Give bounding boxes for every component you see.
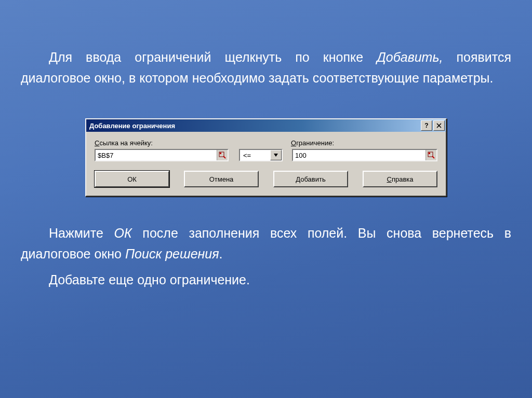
- intro-text-b: Добавить,: [377, 50, 443, 64]
- range-picker-icon: [428, 152, 435, 159]
- range-picker-icon: [219, 152, 226, 159]
- outro1-a: Нажмите: [49, 226, 114, 240]
- close-icon: [436, 123, 442, 128]
- constraint-input[interactable]: [293, 150, 425, 160]
- ok-button-label: ОК: [127, 175, 137, 183]
- cell-ref-label: Ссылка на ячейку:: [95, 139, 240, 147]
- constraint-picker-button[interactable]: [425, 150, 436, 160]
- dialog-client-area: Ссылка на ячейку: Ограничение:: [86, 132, 446, 196]
- ok-button[interactable]: ОК: [95, 171, 169, 187]
- constraint-field: [292, 149, 437, 161]
- help-button-label: Справка: [387, 175, 414, 183]
- add-button-label: Добавить: [296, 175, 325, 183]
- outro1-e: .: [219, 246, 223, 261]
- slide: Для ввода ограничений щелкнуть по кнопке…: [0, 0, 532, 398]
- intro-text-a: Для ввода ограничений щелкнуть по кнопке: [49, 50, 377, 64]
- help-button[interactable]: ?: [421, 120, 432, 131]
- add-button[interactable]: Добавить: [273, 171, 348, 187]
- intro-paragraph: Для ввода ограничений щелкнуть по кнопке…: [21, 47, 511, 88]
- operator-dropdown-button[interactable]: [270, 150, 282, 160]
- outro2: Добавьте еще одно ограничение.: [49, 272, 250, 287]
- outro1-d: Поиск решения: [125, 246, 219, 261]
- fields-row: <=: [95, 149, 437, 161]
- dialog-title: Добавление ограничения: [89, 122, 420, 130]
- add-constraint-dialog: Добавление ограничения ? Ссылка на ячейк…: [85, 118, 447, 197]
- cancel-button-label: Отмена: [209, 175, 234, 183]
- svg-rect-3: [220, 153, 221, 154]
- cancel-button[interactable]: Отмена: [184, 171, 259, 187]
- chevron-down-icon: [274, 154, 278, 157]
- outro1-b: ОК: [114, 226, 132, 240]
- constraint-label: Ограничение:: [291, 139, 437, 147]
- buttons-row: ОК Отмена Добавить Справка: [95, 171, 437, 187]
- question-mark-icon: ?: [424, 122, 428, 129]
- operator-label-spacer: [240, 139, 291, 147]
- operator-value: <=: [240, 150, 270, 160]
- dialog-titlebar[interactable]: Добавление ограничения ?: [86, 119, 446, 132]
- help-dialog-button[interactable]: Справка: [363, 171, 437, 187]
- close-button[interactable]: [433, 120, 445, 131]
- svg-rect-6: [429, 153, 430, 154]
- cell-ref-field: [95, 149, 229, 161]
- outro-paragraph-2: Добавьте еще одно ограничение.: [21, 269, 511, 290]
- labels-row: Ссылка на ячейку: Ограничение:: [95, 139, 437, 147]
- cell-ref-input[interactable]: [96, 150, 217, 160]
- svg-marker-4: [274, 154, 278, 157]
- cell-ref-picker-button[interactable]: [217, 150, 228, 160]
- operator-select[interactable]: <=: [239, 149, 283, 161]
- outro-paragraph-1: Нажмите ОК после заполнения всех полей. …: [21, 223, 511, 264]
